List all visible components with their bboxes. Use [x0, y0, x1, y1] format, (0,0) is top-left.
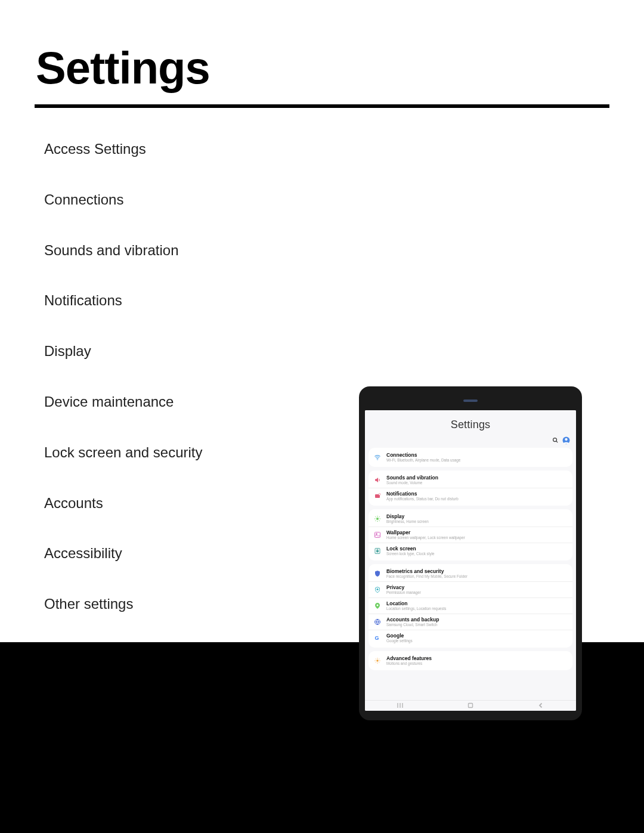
settings-row-text: PrivacyPermission manager	[386, 585, 568, 595]
settings-row-title: Wallpaper	[386, 530, 568, 536]
search-icon[interactable]	[552, 437, 559, 444]
svg-line-12	[375, 516, 376, 517]
notif-icon	[373, 492, 382, 500]
settings-row-subtitle: Brightness, Home screen	[386, 519, 568, 524]
tablet-mockup: Settings ConnectionsWi-Fi, Bluetooth, Ai…	[359, 386, 582, 720]
wallpaper-icon	[373, 531, 382, 539]
settings-row-biometrics-and-security[interactable]: Biometrics and securityFace recognition,…	[369, 566, 572, 581]
tablet-header-actions	[552, 436, 570, 444]
settings-row-text: NotificationsApp notifications, Status b…	[386, 491, 568, 501]
settings-row-sounds-and-vibration[interactable]: Sounds and vibrationSound mode, Volume	[369, 472, 572, 488]
settings-row-subtitle: Wi-Fi, Bluetooth, Airplane mode, Data us…	[386, 458, 568, 462]
settings-row-text: Sounds and vibrationSound mode, Volume	[386, 475, 568, 485]
settings-row-title: Sounds and vibration	[386, 475, 568, 481]
location-icon	[373, 602, 382, 610]
settings-row-display[interactable]: DisplayBrightness, Home screen	[369, 511, 572, 527]
toc-display[interactable]: Display	[44, 343, 644, 360]
user-icon[interactable]	[562, 436, 570, 444]
settings-row-title: Connections	[386, 453, 568, 459]
settings-row-title: Google	[386, 633, 568, 639]
home-button[interactable]	[467, 702, 473, 710]
settings-row-notifications[interactable]: NotificationsApp notifications, Status b…	[369, 488, 572, 504]
settings-row-text: Advanced featuresMotions and gestures	[386, 656, 568, 666]
settings-group: DisplayBrightness, Home screenWallpaperH…	[369, 509, 572, 561]
settings-row-text: Accounts and backupSamsung Cloud, Smart …	[386, 617, 568, 627]
settings-row-text: WallpaperHome screen wallpaper, Lock scr…	[386, 530, 568, 540]
settings-row-subtitle: Permission manager	[386, 590, 568, 594]
svg-point-6	[379, 493, 380, 495]
settings-row-location[interactable]: LocationLocation settings, Location requ…	[369, 597, 572, 614]
settings-row-privacy[interactable]: PrivacyPermission manager	[369, 581, 572, 597]
settings-row-subtitle: App notifications, Status bar, Do not di…	[386, 497, 568, 501]
tablet-screen-title: Settings	[365, 410, 576, 448]
settings-row-text: Lock screenScreen lock type, Clock style	[386, 546, 568, 556]
toc-access-settings[interactable]: Access Settings	[44, 141, 644, 158]
settings-row-title: Privacy	[386, 585, 568, 591]
settings-group: Sounds and vibrationSound mode, VolumeNo…	[369, 470, 572, 506]
recent-apps-button[interactable]	[397, 702, 403, 710]
settings-row-text: DisplayBrightness, Home screen	[386, 514, 568, 524]
svg-point-21	[377, 604, 379, 606]
settings-row-subtitle: Motions and gestures	[386, 661, 568, 665]
toc-sounds-and-vibration[interactable]: Sounds and vibration	[44, 242, 644, 259]
lock-icon	[373, 547, 382, 555]
svg-point-0	[553, 438, 557, 442]
accounts-icon	[373, 618, 382, 626]
settings-row-title: Notifications	[386, 491, 568, 497]
settings-row-title: Biometrics and security	[386, 569, 568, 575]
settings-row-subtitle: Location settings, Location requests	[386, 606, 568, 611]
svg-point-4	[377, 459, 377, 460]
settings-row-subtitle: Google settings	[386, 639, 568, 643]
svg-rect-16	[375, 532, 380, 537]
google-icon: G	[373, 634, 382, 642]
settings-row-accounts-and-backup[interactable]: Accounts and backupSamsung Cloud, Smart …	[369, 614, 572, 630]
settings-row-advanced-features[interactable]: Advanced featuresMotions and gestures	[369, 653, 572, 668]
svg-line-15	[379, 516, 380, 517]
svg-point-25	[376, 659, 379, 662]
svg-text:G: G	[375, 635, 379, 641]
settings-row-title: Advanced features	[386, 656, 568, 662]
svg-point-17	[376, 533, 377, 534]
settings-row-subtitle: Home screen wallpaper, Lock screen wallp…	[386, 535, 568, 540]
toc-connections[interactable]: Connections	[44, 191, 644, 209]
settings-row-subtitle: Screen lock type, Clock style	[386, 552, 568, 556]
tablet-screen: Settings ConnectionsWi-Fi, Bluetooth, Ai…	[365, 410, 576, 711]
back-button[interactable]	[538, 702, 544, 710]
sound-icon	[373, 476, 382, 484]
settings-row-text: LocationLocation settings, Location requ…	[386, 601, 568, 611]
settings-row-title: Accounts and backup	[386, 617, 568, 623]
settings-group: ConnectionsWi-Fi, Bluetooth, Airplane mo…	[369, 448, 572, 467]
privacy-icon	[373, 586, 382, 594]
advanced-icon	[373, 657, 382, 665]
settings-row-text: ConnectionsWi-Fi, Bluetooth, Airplane mo…	[386, 453, 568, 463]
svg-rect-19	[377, 550, 379, 552]
svg-point-3	[565, 438, 567, 441]
settings-row-title: Display	[386, 514, 568, 520]
shield-icon	[373, 569, 382, 578]
svg-line-14	[375, 520, 376, 521]
svg-rect-29	[469, 703, 473, 707]
settings-row-text: Biometrics and securityFace recognition,…	[386, 569, 568, 579]
wifi-icon	[373, 453, 382, 462]
display-icon	[373, 515, 382, 523]
toc-notifications[interactable]: Notifications	[44, 292, 644, 309]
page-title: Settings	[0, 0, 644, 94]
tablet-screen-title-text: Settings	[451, 419, 491, 431]
settings-group: Biometrics and securityFace recognition,…	[369, 564, 572, 648]
settings-row-title: Location	[386, 601, 568, 607]
tablet-navbar	[365, 700, 576, 711]
settings-row-subtitle: Face recognition, Find My Mobile, Secure…	[386, 574, 568, 578]
settings-row-lock-screen[interactable]: Lock screenScreen lock type, Clock style	[369, 543, 572, 559]
settings-row-wallpaper[interactable]: WallpaperHome screen wallpaper, Lock scr…	[369, 527, 572, 543]
settings-row-subtitle: Samsung Cloud, Smart Switch	[386, 623, 568, 627]
settings-row-google[interactable]: GGoogleGoogle settings	[369, 630, 572, 646]
settings-row-text: GoogleGoogle settings	[386, 633, 568, 643]
settings-row-subtitle: Sound mode, Volume	[386, 481, 568, 485]
svg-point-20	[377, 589, 379, 590]
settings-row-title: Lock screen	[386, 546, 568, 552]
settings-group: Advanced featuresMotions and gestures	[369, 651, 572, 670]
tablet-settings-list: ConnectionsWi-Fi, Bluetooth, Airplane mo…	[365, 448, 576, 700]
settings-row-connections[interactable]: ConnectionsWi-Fi, Bluetooth, Airplane mo…	[369, 450, 572, 465]
svg-line-1	[556, 441, 558, 442]
svg-line-13	[379, 520, 380, 521]
